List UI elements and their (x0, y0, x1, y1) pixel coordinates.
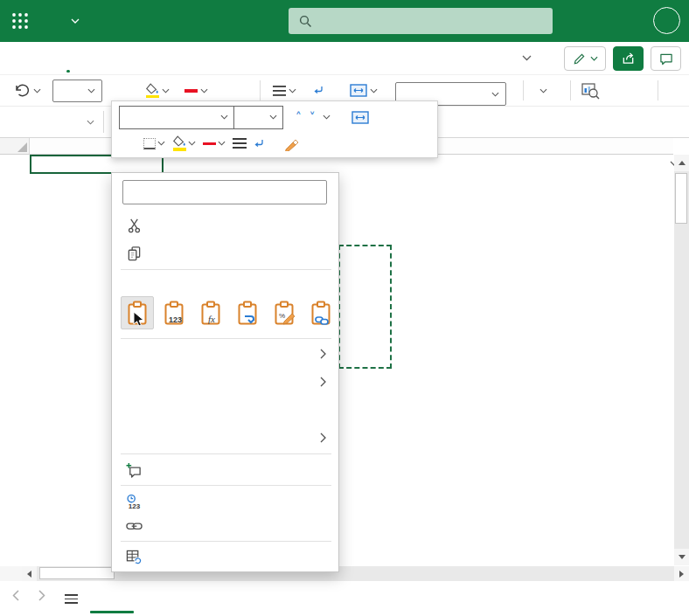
mini-merge-button[interactable] (348, 106, 372, 129)
svg-text:fx: fx (208, 314, 215, 324)
ribbon-tabs-overflow-chevron[interactable] (522, 42, 532, 74)
menu-item-sort[interactable] (112, 427, 338, 448)
scroll-up-button[interactable] (674, 155, 689, 171)
merge-cells-icon (350, 84, 367, 97)
vertical-scrollbar[interactable] (674, 155, 689, 565)
comments-button[interactable] (651, 46, 681, 71)
chevron-down-icon (522, 55, 532, 61)
undo-button[interactable] (14, 75, 41, 106)
menu-item-insert[interactable] (112, 343, 338, 364)
font-color-icon (203, 142, 216, 146)
new-comment-icon (125, 462, 143, 478)
name-box[interactable] (0, 107, 103, 137)
chevron-down-icon (218, 141, 226, 146)
sheet-tab-bar (0, 581, 689, 616)
menu-item-delete[interactable] (112, 371, 338, 392)
decrease-decimal-button[interactable] (267, 132, 274, 156)
avatar[interactable] (653, 7, 680, 34)
wrap-text-icon (313, 87, 323, 94)
all-sheets-menu-button[interactable] (65, 594, 78, 604)
analyze-data-button[interactable] (581, 75, 600, 106)
chevron-left-icon (12, 590, 19, 601)
autosum-button[interactable] (537, 75, 547, 106)
ribbon-tab-bar (0, 42, 689, 75)
paste-formatting-icon: % (273, 301, 296, 326)
mini-font-name-select[interactable] (119, 106, 283, 129)
paste-transpose-icon (236, 301, 259, 326)
increase-font-size-button[interactable]: ˄ (290, 106, 304, 129)
menu-item-new-comment[interactable] (112, 460, 338, 481)
align-icon (273, 86, 286, 96)
active-tab-underline (66, 70, 70, 73)
pencil-icon (573, 52, 586, 66)
chevron-down-icon (323, 114, 331, 120)
context-menu-search-input[interactable] (122, 180, 327, 204)
percent-format-button[interactable] (334, 106, 341, 129)
borders-button[interactable] (140, 132, 169, 156)
mini-font-color-button[interactable] (199, 132, 229, 156)
share-button[interactable] (613, 46, 644, 71)
paste-link-icon (310, 301, 332, 326)
paste-formulas-icon: fx (199, 301, 222, 326)
app-launcher-waffle-icon[interactable] (11, 12, 29, 30)
scissors-icon (125, 218, 143, 233)
chevron-down-icon (220, 114, 228, 120)
borders-icon (143, 138, 156, 149)
font-size-select[interactable] (52, 80, 102, 102)
comma-format-button[interactable] (341, 100, 348, 124)
paste-formatting-button[interactable]: % (268, 296, 301, 329)
menu-item-copy[interactable] (112, 243, 338, 264)
undo-icon (14, 83, 31, 98)
horizontal-scroll-thumb[interactable] (39, 567, 115, 579)
mini-italic-button[interactable] (128, 132, 135, 156)
scroll-right-button[interactable] (674, 566, 689, 581)
chevron-down-icon (33, 88, 41, 93)
chevron-down-icon (289, 88, 296, 93)
merge-cells-icon (351, 111, 369, 124)
chevron-down-icon (188, 141, 196, 146)
vertical-scroll-thumb[interactable] (675, 173, 687, 224)
chevron-down-icon (71, 18, 80, 24)
wrap-text-icon (254, 140, 263, 148)
editing-mode-button[interactable] (564, 46, 606, 71)
submenu-chevron-icon (320, 433, 326, 443)
select-all-corner[interactable] (0, 138, 30, 155)
chevron-right-icon (38, 590, 45, 601)
mini-font-size-select[interactable] (234, 107, 282, 128)
analyze-data-icon (581, 82, 600, 100)
scroll-down-button[interactable] (674, 549, 689, 565)
currency-format-button[interactable] (317, 106, 334, 129)
active-sheet-underline (90, 611, 134, 613)
fill-color-icon (172, 135, 186, 151)
chevron-down-icon (539, 88, 547, 93)
chevron-down-icon (87, 88, 95, 93)
scroll-left-button[interactable] (22, 566, 37, 581)
scrollbar-ledge (0, 566, 22, 581)
mini-wrap-text-button[interactable] (250, 132, 267, 156)
decrease-font-size-button[interactable]: ˅ (304, 106, 318, 129)
menu-item-cut[interactable] (112, 215, 338, 236)
share-icon (621, 52, 636, 66)
search-input[interactable] (289, 8, 553, 34)
fill-color-icon (145, 83, 159, 99)
paste-transpose-button[interactable] (231, 296, 264, 329)
increase-decimal-button[interactable] (274, 132, 281, 156)
mini-align-button[interactable] (229, 132, 250, 156)
prev-sheet-button[interactable] (12, 590, 19, 601)
paste-values-button[interactable]: 123 (157, 296, 191, 329)
menu-item-number-format[interactable]: 123 (112, 491, 338, 512)
paste-options-row: 123 fx % (121, 296, 338, 331)
menu-item-clear-contents[interactable] (112, 399, 338, 420)
menu-item-show-changes[interactable] (112, 547, 338, 568)
number-format-icon: 123 (125, 494, 143, 510)
chevron-down-icon (491, 92, 499, 97)
mini-fill-color-button[interactable] (169, 132, 199, 156)
format-painter-button[interactable] (281, 132, 303, 156)
mouse-cursor (133, 311, 144, 328)
paste-formulas-button[interactable]: fx (194, 296, 227, 329)
document-title[interactable] (65, 18, 80, 24)
menu-item-hyperlink[interactable] (112, 516, 338, 536)
paste-link-button[interactable] (304, 296, 338, 329)
mini-bold-button[interactable] (121, 132, 128, 156)
next-sheet-button[interactable] (38, 590, 45, 601)
